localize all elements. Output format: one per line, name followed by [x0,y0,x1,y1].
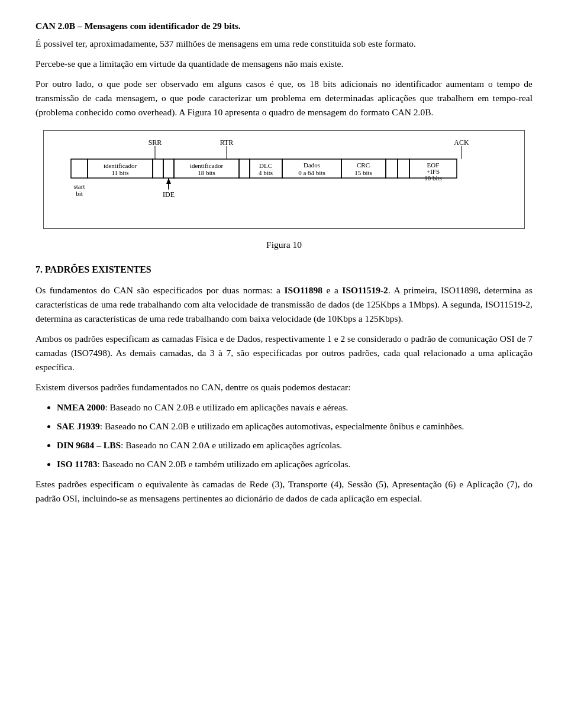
bullet-bold-1: SAE J1939 [57,421,100,431]
box-rtr [239,159,250,178]
label-crc-bits: 15 bits [354,169,372,176]
box-start-bit [71,159,88,178]
label-id18-bits: 18 bits [198,169,215,176]
p4-iso2: ISO11519-2 [342,285,388,295]
bullet-text-3: : Baseado no CAN 2.0B e também utilizado… [97,459,350,469]
section-7-heading: 7. PADRÕES EXISTENTES [36,263,532,277]
bullet-bold-3: ISO 11783 [57,459,97,469]
p4-mid: e a [322,285,342,295]
list-item: NMEA 2000: Baseado no CAN 2.0B e utiliza… [57,400,532,415]
figure-10-svg: SRR RTR ACK identificador 11 bits identi… [53,137,515,222]
label-bit: bit [76,190,83,197]
list-item: DIN 9684 – LBS: Baseado no CAN 2.0A e ut… [57,438,532,452]
paragraph-5: Ambos os padrões especificam as camadas … [36,332,532,374]
label-dlc: DLC [259,162,272,169]
label-srr: SRR [149,138,162,147]
paragraph-4: Os fundamentos do CAN são especificados … [36,283,532,326]
bullet-bold-0: NMEA 2000 [57,402,105,412]
bullet-text-1: : Baseado no CAN 2.0B e utilizado em apl… [100,421,464,431]
bullet-bold-2: DIN 9684 – LBS [57,440,121,450]
label-ide: IDE [163,190,175,199]
label-rtr: RTR [220,138,234,147]
label-id11-top: identificador [104,162,137,169]
list-item: ISO 11783: Baseado no CAN 2.0B e também … [57,457,532,471]
label-start: start [74,183,85,190]
box-ide [163,159,174,178]
label-id11-bits: 11 bits [111,169,128,176]
figure-10-box: SRR RTR ACK identificador 11 bits identi… [43,130,525,229]
paragraph-6: Existem diversos padrões fundamentados n… [36,380,532,394]
bullet-text-2: : Baseado no CAN 2.0A e utilizado em apl… [121,440,342,450]
label-eof-bits: 10 bits [424,174,442,182]
title-bold: CAN 2.0B [36,21,75,31]
label-dlc-bits: 4 bits [259,169,273,176]
paragraph-2: Percebe-se que a limitação em virtude da… [36,57,532,71]
p4-iso1: ISO11898 [285,285,323,295]
page-title: CAN 2.0B – Mensagens com identificador d… [36,19,532,33]
label-crc: CRC [357,161,370,169]
paragraph-1: É possível ter, aproximadamente, 537 mil… [36,37,532,51]
standards-list: NMEA 2000: Baseado no CAN 2.0B e utiliza… [57,400,532,471]
label-ack: ACK [454,138,469,147]
box-ack1 [386,159,398,178]
label-dados-bits: 0 a 64 bits [298,169,325,176]
p4-start: Os fundamentos do CAN são especificados … [36,285,285,295]
paragraph-3: Por outro lado, o que pode ser observado… [36,77,532,119]
figure-caption: Figura 10 [36,238,532,252]
figure-10-container: SRR RTR ACK identificador 11 bits identi… [36,130,532,233]
label-dados: Dados [304,161,320,169]
label-id18-top: identificador [190,162,224,169]
list-item: SAE J1939: Baseado no CAN 2.0B e utiliza… [57,419,532,433]
box-srr [153,159,163,178]
box-ack2 [398,159,409,178]
title-suffix: – Mensagens com identificador de 29 bits… [75,21,241,31]
bullet-text-0: : Baseado no CAN 2.0B e utilizado em apl… [105,402,348,412]
paragraph-7: Estes padrões especificam o equivalente … [36,477,532,506]
